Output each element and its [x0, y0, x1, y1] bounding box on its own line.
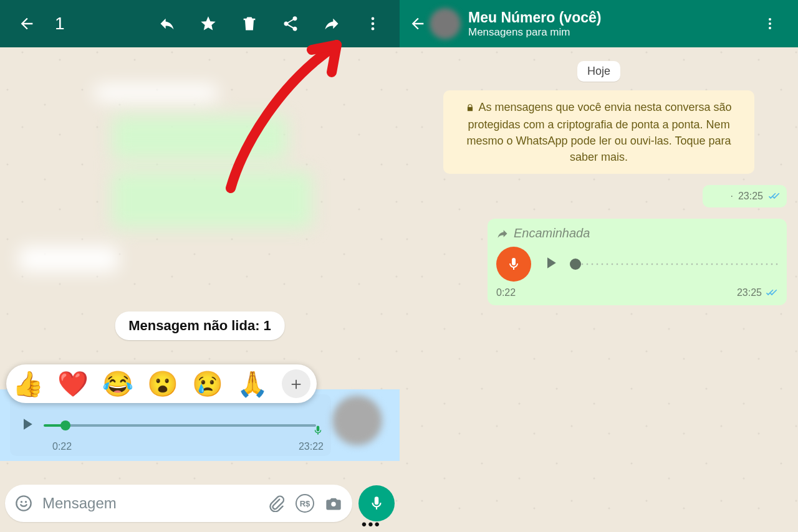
reaction-wow[interactable]: 😮 — [147, 371, 178, 396]
play-icon[interactable] — [17, 415, 36, 436]
reaction-thumbs-up[interactable]: 👍 — [12, 371, 44, 396]
payment-icon[interactable]: R$ — [295, 493, 315, 513]
selection-header: 1 — [0, 0, 400, 47]
emoji-icon[interactable] — [14, 493, 34, 513]
play-icon[interactable] — [541, 254, 560, 275]
svg-point-8 — [769, 22, 771, 25]
voice-time: 23:25 — [737, 287, 762, 298]
svg-point-1 — [372, 22, 375, 26]
voice-track[interactable] — [570, 258, 778, 270]
contact-name: Meu Número (você) — [468, 9, 601, 26]
voice-message-incoming[interactable]: 0:22 23:22 — [10, 394, 331, 456]
svg-point-5 — [25, 501, 27, 503]
reaction-sad[interactable]: 😢 — [192, 371, 223, 396]
voice-duration: 0:22 — [52, 441, 72, 452]
voice-time: 23:22 — [299, 441, 324, 452]
mic-button[interactable] — [358, 485, 395, 521]
reaction-bar: 👍 ❤️ 😂 😮 😢 🙏 ＋ — [6, 364, 317, 403]
svg-point-6 — [331, 501, 335, 506]
input-placeholder: Mensagem — [42, 495, 257, 512]
voice-avatar-icon — [496, 247, 531, 282]
outgoing-bubble-small[interactable]: · 23:25 — [703, 185, 787, 207]
svg-point-9 — [769, 27, 771, 29]
input-row: Mensagem R$ — [5, 485, 395, 522]
delete-icon[interactable] — [235, 9, 264, 38]
message-time: 23:25 — [738, 191, 763, 202]
forwarded-label: Encaminhada — [496, 226, 778, 240]
outgoing-voice-message[interactable]: Encaminhada 0:22 23:25 — [488, 219, 787, 305]
composite-screenshot: 1 — [0, 0, 798, 532]
left-pane: 1 — [0, 0, 400, 532]
more-icon[interactable] — [756, 9, 784, 38]
selection-count: 1 — [55, 14, 65, 34]
sender-avatar — [332, 396, 382, 445]
camera-icon[interactable] — [324, 493, 344, 513]
reaction-heart[interactable]: ❤️ — [57, 371, 89, 396]
svg-point-7 — [769, 18, 771, 21]
lock-icon — [466, 100, 474, 116]
svg-point-4 — [21, 501, 22, 503]
blurred-chat-content — [0, 47, 400, 315]
date-chip: Hoje — [577, 61, 620, 82]
read-ticks-icon — [766, 287, 778, 299]
read-ticks-icon — [768, 190, 781, 202]
reaction-laugh[interactable]: 😂 — [102, 371, 133, 396]
voice-duration: 0:22 — [496, 287, 516, 298]
encryption-notice[interactable]: As mensagens que você envia nesta conver… — [443, 90, 754, 174]
share-icon[interactable] — [276, 9, 305, 38]
reply-icon[interactable] — [153, 9, 181, 38]
forward-icon[interactable] — [317, 9, 346, 38]
svg-point-0 — [372, 17, 375, 21]
right-pane: Meu Número (você) Mensagens para mim Hoj… — [400, 0, 798, 532]
back-icon[interactable] — [407, 15, 428, 32]
contact-avatar[interactable] — [430, 8, 461, 39]
chat-header: Meu Número (você) Mensagens para mim — [400, 0, 798, 47]
more-icon[interactable] — [358, 9, 387, 38]
reaction-more[interactable]: ＋ — [282, 369, 310, 398]
attach-icon[interactable] — [266, 493, 286, 513]
star-icon[interactable] — [194, 9, 223, 38]
header-titles[interactable]: Meu Número (você) Mensagens para mim — [468, 9, 601, 39]
svg-point-3 — [16, 496, 31, 510]
reaction-pray[interactable]: 🙏 — [237, 371, 268, 396]
forward-small-icon — [496, 227, 509, 240]
svg-point-2 — [372, 27, 375, 31]
chat-body[interactable]: Hoje As mensagens que você envia nesta c… — [400, 47, 798, 532]
encryption-text: As mensagens que você envia nesta conver… — [467, 101, 732, 163]
contact-subtitle: Mensagens para mim — [468, 26, 601, 39]
mic-badge-icon — [312, 425, 324, 439]
message-input[interactable]: Mensagem R$ — [5, 485, 352, 522]
voice-track[interactable] — [44, 424, 316, 427]
back-icon[interactable] — [12, 9, 41, 38]
unread-chip: Mensagem não lida: 1 — [115, 311, 285, 340]
